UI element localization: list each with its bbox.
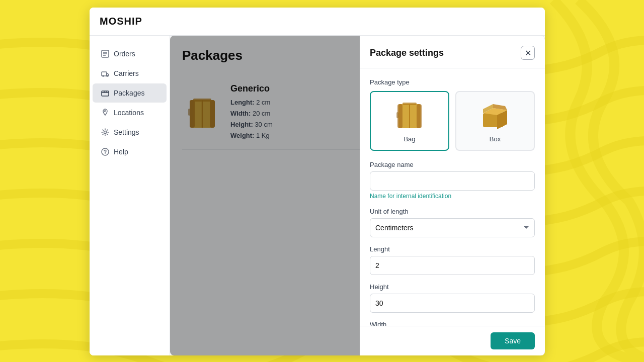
height-form-label: Height [370,283,535,291]
logo: MOSHIP [100,16,142,27]
width-form-label: Width [370,321,535,326]
sidebar-item-label-help: Help [114,148,128,156]
sidebar-item-orders[interactable]: Orders [93,44,167,63]
main-content: Packages [170,36,545,355]
logo-text: MOSHIP [100,16,142,27]
bag-type-icon [393,99,426,131]
close-button[interactable]: ✕ [521,46,535,60]
package-name-form-label: Package name [370,161,535,168]
help-icon [101,147,110,156]
svg-point-9 [105,111,106,112]
unit-of-length-form-label: Unit of length [370,208,535,215]
length-group: Lenght [370,245,535,275]
dialog-footer: Save [360,326,545,355]
height-input[interactable] [370,294,535,313]
length-form-label: Lenght [370,245,535,253]
package-type-label: Package type [370,78,535,86]
sidebar-item-label-carriers: Carriers [114,69,139,77]
svg-rect-26 [403,103,417,105]
locations-icon [101,108,110,117]
unit-of-length-group: Unit of length Centimeters Inches [370,208,535,237]
box-label: Box [490,135,501,143]
sidebar-item-settings[interactable]: Settings [93,123,167,142]
app-header: MOSHIP [90,8,545,36]
settings-icon [101,128,110,137]
type-card-box[interactable]: Box [455,91,535,151]
sidebar-item-label-packages: Packages [114,89,144,97]
svg-rect-25 [396,112,398,118]
dialog-title: Package settings [370,48,444,58]
sidebar-item-label-locations: Locations [114,109,144,117]
app-body: Orders Carriers [90,36,545,355]
type-card-bag[interactable]: Bag [370,91,449,151]
sidebar: Orders Carriers [90,36,170,355]
package-type-group: Package type [370,78,535,151]
sidebar-item-carriers[interactable]: Carriers [93,64,167,83]
carriers-icon [101,69,110,78]
dialog-body: Package type [360,68,545,326]
packages-icon [101,88,110,98]
package-settings-dialog: Package settings ✕ Package type [360,36,545,355]
package-name-input[interactable] [370,171,535,191]
orders-icon [101,49,110,58]
sidebar-item-label-settings: Settings [114,128,139,136]
svg-rect-24 [417,104,422,128]
sidebar-item-label-orders: Orders [114,50,135,58]
unit-of-length-select[interactable]: Centimeters Inches [370,218,535,237]
sidebar-item-packages[interactable]: Packages [93,83,167,103]
svg-rect-8 [102,91,109,96]
app-window: MOSHIP Orders [90,8,545,355]
width-group: Width [370,321,535,326]
package-type-row: Bag [370,91,535,151]
package-name-group: Package name Name for internal identific… [370,161,535,200]
length-input[interactable] [370,256,535,275]
sidebar-item-help[interactable]: Help [93,142,167,161]
dialog-header: Package settings ✕ [360,36,545,68]
height-group: Height [370,283,535,313]
save-button[interactable]: Save [491,332,535,349]
svg-point-10 [104,131,107,134]
svg-point-12 [105,153,106,154]
sidebar-item-locations[interactable]: Locations [93,103,167,122]
box-type-icon [479,99,511,131]
package-name-hint: Name for internal identification [370,193,535,200]
bag-label: Bag [404,135,415,143]
